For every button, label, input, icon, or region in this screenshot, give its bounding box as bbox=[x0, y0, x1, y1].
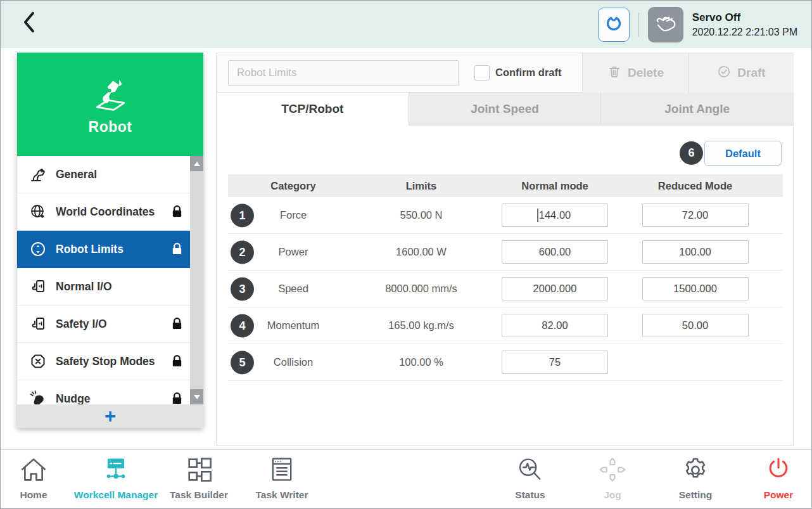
io-port-icon bbox=[29, 277, 48, 296]
sidebar-item-robot-limits[interactable]: Robot Limits bbox=[17, 231, 190, 268]
annotation-marker-2: 2 bbox=[231, 240, 254, 264]
servo-hand-tile[interactable] bbox=[648, 7, 683, 42]
sidebar-item-safety-io[interactable]: Safety I/O bbox=[17, 306, 190, 343]
task-builder-icon bbox=[184, 456, 214, 486]
datetime-text: 2020.12.22 2:21:03 PM bbox=[692, 27, 797, 38]
limit-cell: 1600.00 W bbox=[358, 246, 484, 258]
nav-label: Power bbox=[764, 489, 794, 501]
sidebar-item-safety-stop-modes[interactable]: Safety Stop Modes bbox=[17, 343, 190, 380]
reduced-mode-input[interactable] bbox=[642, 203, 749, 227]
annotation-marker-6: 6 bbox=[680, 141, 703, 165]
nav-workcell-manager[interactable]: Workcell Manager bbox=[68, 456, 163, 501]
normal-mode-input[interactable] bbox=[502, 203, 608, 227]
tab-tcp-robot[interactable]: TCP/Robot bbox=[217, 93, 409, 126]
lock-icon bbox=[170, 242, 185, 257]
normal-mode-input[interactable] bbox=[502, 314, 608, 337]
sidebar-item-label: World Coordinates bbox=[56, 205, 170, 219]
robot-arm-icon bbox=[88, 73, 132, 115]
sidebar-item-label: Normal I/O bbox=[56, 280, 185, 293]
tab-joint-speed[interactable]: Joint Speed bbox=[409, 93, 601, 126]
sidebar-menu: General World Coordinates bbox=[17, 156, 203, 404]
sidebar-item-label: Safety Stop Modes bbox=[56, 355, 170, 368]
gripper-icon bbox=[604, 13, 623, 36]
scroll-down-icon[interactable] bbox=[190, 389, 203, 404]
servo-status-block: Servo Off 2020.12.22 2:21:03 PM bbox=[692, 11, 797, 38]
limit-cell: 100.00 % bbox=[358, 356, 484, 368]
trash-icon bbox=[607, 65, 621, 82]
workcell-robot-tile[interactable]: Robot bbox=[17, 53, 203, 156]
check-circle-icon bbox=[717, 65, 731, 82]
jog-dpad-icon bbox=[597, 456, 628, 486]
top-bar: Servo Off 2020.12.22 2:21:03 PM bbox=[1, 1, 811, 48]
annotation-marker-3: 3 bbox=[231, 277, 254, 300]
table-row-collision: 5 Collision 100.00 % bbox=[228, 344, 783, 381]
confirm-draft-label: Confirm draft bbox=[495, 67, 562, 79]
sidebar-item-normal-io[interactable]: Normal I/O bbox=[17, 268, 190, 306]
table-row-force: 1 Force 550.00 N bbox=[228, 197, 783, 234]
robot-arm-icon bbox=[29, 165, 48, 184]
normal-mode-input[interactable] bbox=[502, 277, 608, 300]
nav-label: Task Builder bbox=[170, 489, 228, 501]
nav-label: Task Writer bbox=[256, 489, 308, 501]
nav-setting[interactable]: Setting bbox=[648, 456, 743, 501]
annotation-marker-5: 5 bbox=[231, 351, 254, 374]
workcell-title: Robot bbox=[89, 119, 132, 136]
power-icon bbox=[763, 456, 794, 486]
sidebar-item-nudge[interactable]: Nudge bbox=[17, 380, 190, 404]
servo-status-text: Servo Off bbox=[692, 11, 797, 24]
scroll-up-icon[interactable] bbox=[190, 156, 203, 171]
workcell-sidebar: Robot General bbox=[17, 53, 203, 428]
limits-table: Category Limits Normal mode Reduced Mode… bbox=[228, 174, 783, 381]
table-header-row: Category Limits Normal mode Reduced Mode bbox=[228, 174, 783, 197]
back-button[interactable] bbox=[15, 8, 45, 39]
workcell-manager-icon bbox=[101, 456, 131, 486]
confirm-draft-group: Confirm draft bbox=[474, 53, 562, 92]
table-row-speed: 3 Speed 8000.000 mm/s bbox=[228, 271, 783, 307]
column-header: Normal mode bbox=[484, 180, 626, 192]
io-port-icon bbox=[29, 314, 48, 333]
tab-label: Joint Speed bbox=[471, 102, 539, 116]
nav-label: Status bbox=[515, 489, 545, 501]
robot-limits-screen: Servo Off 2020.12.22 2:21:03 PM Robot bbox=[0, 0, 812, 509]
delete-button[interactable]: Delete bbox=[582, 53, 688, 93]
name-input[interactable] bbox=[228, 60, 459, 86]
column-header: Reduced Mode bbox=[626, 180, 764, 192]
lock-icon bbox=[170, 391, 185, 404]
gripper-button[interactable] bbox=[598, 8, 630, 42]
annotation-marker-4: 4 bbox=[231, 314, 254, 337]
nav-task-builder[interactable]: Task Builder bbox=[151, 456, 246, 501]
nav-task-writer[interactable]: Task Writer bbox=[234, 456, 329, 501]
sidebar-item-label: Safety I/O bbox=[56, 318, 170, 331]
topbar-divider bbox=[638, 13, 639, 37]
lock-icon bbox=[170, 204, 185, 219]
nav-power[interactable]: Power bbox=[731, 456, 812, 501]
lock-icon bbox=[170, 316, 185, 332]
nav-jog[interactable]: Jog bbox=[565, 456, 660, 501]
sidebar-item-world-coordinates[interactable]: World Coordinates bbox=[17, 193, 190, 231]
sidebar-scrollbar[interactable] bbox=[190, 156, 203, 404]
reduced-mode-input[interactable] bbox=[642, 240, 749, 264]
draft-button[interactable]: Draft bbox=[688, 53, 794, 93]
nav-status[interactable]: Status bbox=[483, 456, 578, 501]
normal-mode-input[interactable] bbox=[502, 240, 608, 264]
column-header: Category bbox=[228, 180, 358, 192]
confirm-draft-checkbox[interactable] bbox=[474, 65, 490, 81]
reduced-mode-input[interactable] bbox=[642, 314, 749, 337]
nudge-hand-icon bbox=[29, 389, 48, 404]
status-cluster: Servo Off 2020.12.22 2:21:03 PM bbox=[598, 6, 797, 44]
add-workcell-item-button[interactable]: + bbox=[17, 404, 203, 428]
sidebar-item-label: Robot Limits bbox=[56, 243, 170, 256]
text-caret bbox=[537, 209, 538, 222]
lock-icon bbox=[170, 354, 185, 369]
tab-label: Joint Angle bbox=[664, 102, 730, 116]
limits-tabs: TCP/Robot Joint Speed Joint Angle bbox=[217, 93, 793, 126]
hand-icon bbox=[654, 13, 678, 37]
task-writer-icon bbox=[267, 456, 297, 486]
default-button[interactable]: Default bbox=[704, 141, 782, 166]
back-chevron-icon bbox=[19, 10, 41, 37]
tab-joint-angle[interactable]: Joint Angle bbox=[600, 93, 793, 126]
reduced-mode-input[interactable] bbox=[642, 277, 749, 300]
sidebar-item-general[interactable]: General bbox=[17, 156, 190, 193]
normal-mode-input[interactable] bbox=[502, 351, 608, 374]
bottom-navigation: Home Workcell Manager bbox=[1, 449, 811, 508]
